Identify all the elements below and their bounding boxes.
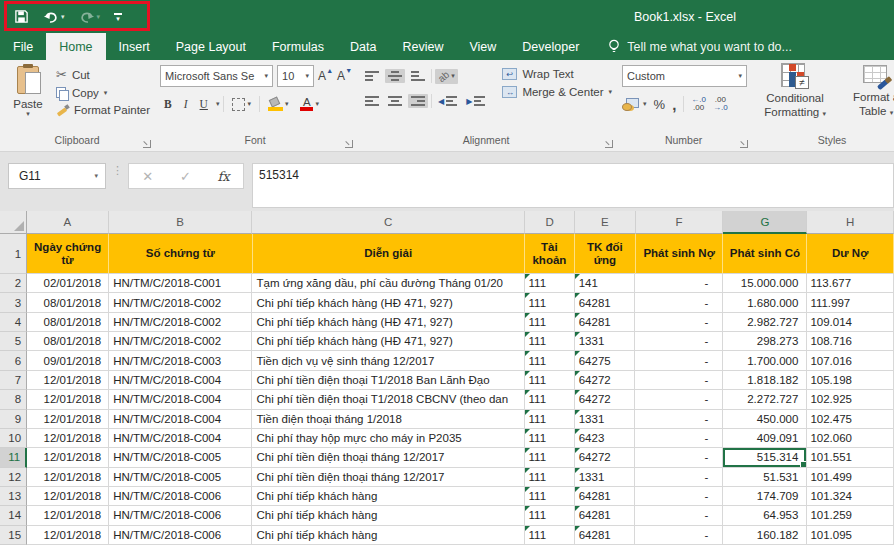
cell-D3[interactable]: 111 — [525, 293, 575, 312]
tab-insert[interactable]: Insert — [106, 33, 163, 60]
column-header-D[interactable]: D — [525, 211, 575, 234]
column-header-H[interactable]: H — [807, 211, 894, 234]
cell-E12[interactable]: 1331 — [575, 468, 636, 487]
cell-E7[interactable]: 64272 — [575, 371, 636, 390]
save-icon[interactable] — [14, 9, 29, 24]
cell-F15[interactable]: - — [635, 526, 723, 545]
fill-color-button[interactable]: ▾ — [264, 97, 293, 112]
cut-button[interactable]: ✂Cut — [56, 67, 150, 82]
cell-F7[interactable]: - — [635, 371, 723, 390]
cell-C9[interactable]: Tiền điện thoại tháng 1/2018 — [252, 410, 524, 429]
cell-F10[interactable]: - — [635, 429, 723, 448]
cell-D10[interactable]: 111 — [525, 429, 575, 448]
customize-quick-access-icon[interactable]: ▾ — [114, 13, 122, 21]
row-header-10[interactable]: 10 — [0, 429, 27, 448]
row-header-8[interactable]: 8 — [0, 390, 27, 409]
row-header-2[interactable]: 2 — [0, 274, 27, 293]
cell-G11[interactable]: 515.314 — [723, 448, 807, 467]
increase-font-size-button[interactable]: A▲ — [318, 69, 333, 83]
cell-G2[interactable]: 15.000.000 — [723, 274, 807, 293]
undo-dropdown-icon[interactable]: ▾ — [61, 13, 65, 21]
column-header-G[interactable]: G — [723, 211, 807, 234]
font-name-select[interactable]: Microsoft Sans Se▾ — [160, 65, 273, 87]
clipboard-dialog-launcher-icon[interactable] — [143, 140, 151, 148]
borders-button[interactable]: ▾ — [228, 97, 255, 112]
cell-G1[interactable]: Phát sinh Có — [723, 234, 807, 274]
increase-indent-button[interactable]: ▶ — [463, 94, 488, 108]
tab-page-layout[interactable]: Page Layout — [163, 33, 259, 60]
cell-F12[interactable]: - — [635, 468, 723, 487]
cell-E11[interactable]: 64272 — [575, 448, 636, 467]
cell-F4[interactable]: - — [635, 313, 723, 332]
cell-F11[interactable]: - — [635, 448, 723, 467]
middle-align-button[interactable] — [385, 69, 405, 83]
cell-B10[interactable]: HN/TM/C/2018-C004 — [109, 429, 252, 448]
font-color-button[interactable]: A▾ — [296, 96, 323, 112]
cell-C8[interactable]: Chi phí tiền điện thoại T1/2018 CBCNV (t… — [252, 390, 524, 409]
cell-D8[interactable]: 111 — [525, 390, 575, 409]
cell-B15[interactable]: HN/TM/C/2018-C006 — [109, 526, 252, 545]
name-box-dropdown-icon[interactable]: ▾ — [94, 172, 98, 180]
cell-A4[interactable]: 08/01/2018 — [27, 313, 109, 332]
cell-H10[interactable]: 102.060 — [807, 429, 894, 448]
cell-F8[interactable]: - — [635, 390, 723, 409]
cell-C7[interactable]: Chi phí tiền điện thoại T1/2018 Ban Lãnh… — [252, 371, 524, 390]
cell-B13[interactable]: HN/TM/C/2018-C006 — [109, 487, 252, 506]
align-right-button[interactable] — [408, 94, 428, 108]
cell-G12[interactable]: 51.531 — [723, 468, 807, 487]
cell-G13[interactable]: 174.709 — [723, 487, 807, 506]
cell-E13[interactable]: 64281 — [575, 487, 636, 506]
comma-style-button[interactable]: , — [672, 96, 676, 113]
cell-B5[interactable]: HN/TM/C/2018-C002 — [109, 332, 252, 351]
cell-G3[interactable]: 1.680.000 — [723, 293, 807, 312]
cell-A8[interactable]: 12/01/2018 — [27, 390, 109, 409]
cancel-entry-icon[interactable]: ✕ — [142, 169, 153, 184]
cell-F14[interactable]: - — [635, 506, 723, 525]
cell-B7[interactable]: HN/TM/C/2018-C004 — [109, 371, 252, 390]
name-box[interactable]: G11 ▾ — [8, 163, 106, 189]
cell-C2[interactable]: Tạm ứng xăng dầu, phí cầu đường Tháng 01… — [252, 274, 524, 293]
cell-E15[interactable]: 64281 — [575, 526, 636, 545]
cell-G15[interactable]: 160.182 — [723, 526, 807, 545]
row-header-5[interactable]: 5 — [0, 332, 27, 351]
cell-D6[interactable]: 111 — [525, 351, 575, 370]
cell-A10[interactable]: 12/01/2018 — [27, 429, 109, 448]
cell-D1[interactable]: Tài khoản — [525, 234, 575, 274]
cell-D4[interactable]: 111 — [525, 313, 575, 332]
tab-developer[interactable]: Developer — [509, 33, 592, 60]
row-header-13[interactable]: 13 — [0, 487, 27, 506]
cell-E5[interactable]: 1331 — [575, 332, 636, 351]
row-header-6[interactable]: 6 — [0, 351, 27, 370]
cell-C12[interactable]: Chi phí tiền điện thoại tháng 12/2017 — [252, 468, 524, 487]
formula-input[interactable]: 515314 — [252, 163, 894, 208]
column-header-B[interactable]: B — [109, 211, 253, 234]
paste-dropdown-icon[interactable]: ▾ — [26, 110, 30, 118]
cell-C5[interactable]: Chi phí tiếp khách hàng (HĐ 471, 927) — [252, 332, 524, 351]
cell-H13[interactable]: 101.324 — [807, 487, 894, 506]
cell-A2[interactable]: 02/01/2018 — [27, 274, 109, 293]
cell-C14[interactable]: Chi phí tiếp khách hàng — [252, 506, 524, 525]
cell-C1[interactable]: Diễn giải — [253, 234, 525, 274]
cell-H1[interactable]: Dư Nợ — [807, 234, 894, 274]
column-header-F[interactable]: F — [636, 211, 724, 234]
cell-H12[interactable]: 101.499 — [807, 468, 894, 487]
row-header-15[interactable]: 15 — [0, 526, 27, 545]
cell-D7[interactable]: 111 — [525, 371, 575, 390]
percent-style-button[interactable]: % — [654, 97, 666, 112]
conditional-formatting-button[interactable]: ≠ Conditional Formatting ▾ — [757, 63, 833, 134]
copy-dropdown-icon[interactable]: ▾ — [104, 89, 108, 97]
cell-H9[interactable]: 102.475 — [807, 410, 894, 429]
cell-H3[interactable]: 111.997 — [807, 293, 894, 312]
column-header-C[interactable]: C — [252, 211, 525, 234]
number-dialog-launcher-icon[interactable] — [740, 140, 748, 148]
cell-B1[interactable]: Số chứng từ — [109, 234, 252, 274]
bottom-align-button[interactable] — [408, 69, 428, 83]
tab-data[interactable]: Data — [337, 33, 389, 60]
cell-E6[interactable]: 64275 — [575, 351, 636, 370]
orientation-button[interactable]: ab▾ — [435, 69, 458, 84]
cell-E2[interactable]: 141 — [575, 274, 636, 293]
accounting-format-button[interactable]: ▾ — [622, 98, 647, 111]
cell-B12[interactable]: HN/TM/C/2018-C005 — [109, 468, 252, 487]
decrease-indent-button[interactable]: ◀ — [435, 94, 460, 108]
cell-B14[interactable]: HN/TM/C/2018-C006 — [109, 506, 252, 525]
